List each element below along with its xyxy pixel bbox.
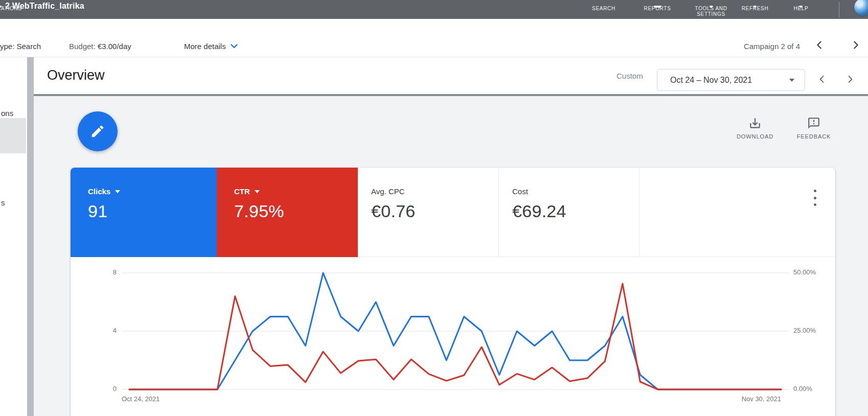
dropdown-caret-icon: [789, 79, 794, 82]
scorecard-clicks-value: 91: [88, 201, 217, 221]
topnav-help[interactable]: HELP: [794, 6, 809, 11]
metric-dropdown-caret-icon[interactable]: [255, 190, 260, 193]
chevron-left-icon: [817, 74, 827, 84]
more-details-label: More details: [184, 42, 226, 51]
feedback-icon: [807, 117, 820, 130]
chevron-down-icon: [231, 44, 238, 49]
account-avatar[interactable]: [854, 0, 868, 16]
scorecard-avg-cpc[interactable]: Avg. CPC €0.76: [358, 168, 499, 257]
next-campaign-button[interactable]: [850, 39, 861, 53]
scorecard-avg-cpc-label: Avg. CPC: [371, 187, 405, 196]
scorecard-clicks-label: Clicks: [88, 187, 110, 196]
scorecard-clicks[interactable]: Clicks 91: [71, 168, 217, 257]
reports-icon: [654, 6, 661, 8]
scorecard-ctr-label: CTR: [234, 187, 250, 196]
more-details-button[interactable]: More details: [184, 42, 238, 51]
campaign-pager-label: Campaign 2 of 4: [744, 42, 800, 51]
scorecard-cost-label: Cost: [512, 187, 528, 196]
campaign-type: ype: Search: [0, 42, 41, 51]
kebab-icon: [814, 190, 816, 192]
sidebar-item-fragment[interactable]: ons: [1, 109, 13, 118]
scorecard-ctr-value: 7.95%: [234, 201, 358, 221]
sidebar-selected-item[interactable]: [0, 118, 26, 153]
page-title: Overview: [47, 67, 105, 83]
sidebar-fragment: ons s: [0, 57, 27, 416]
campaign-info-bar: ype: Search Budget: €3.00/day More detai…: [0, 19, 868, 57]
sidebar-scrollbar[interactable]: [27, 57, 34, 416]
chevron-left-icon: [814, 39, 825, 51]
campaign-budget: Budget: €3.00/day: [69, 42, 131, 51]
feedback-label: FEEDBACK: [797, 133, 831, 140]
left-axis-tick: 4: [91, 327, 117, 334]
x-axis-end-label: Nov 30, 2021: [742, 395, 781, 403]
topnav-search[interactable]: SEARCH: [592, 6, 615, 11]
topnav-refresh[interactable]: REFRESH: [742, 6, 769, 11]
header-divider: [34, 94, 868, 96]
right-axis-tick: 25.00%: [793, 327, 816, 334]
scorecard-ctr[interactable]: CTR 7.95%: [217, 168, 358, 257]
chevron-right-icon: [845, 74, 855, 84]
previous-date-range-button[interactable]: [817, 74, 827, 86]
page-header: Overview Custom Oct 24 – Nov 30, 2021: [34, 57, 868, 94]
budget-value: €3.00/day: [98, 42, 131, 51]
right-axis-tick: 50.00%: [793, 268, 816, 276]
left-axis-tick: 0: [91, 385, 117, 392]
pencil-icon: [90, 124, 105, 139]
overview-summary-card: Clicks 91 CTR 7.95% Avg. CPC €0.76 Cost …: [71, 168, 835, 416]
download-button[interactable]: DOWNLOAD: [724, 117, 786, 140]
topbar-divider: [839, 2, 839, 17]
metric-dropdown-caret-icon[interactable]: [115, 190, 120, 193]
sidebar-item-fragment[interactable]: s: [1, 198, 5, 207]
scorecard-cost[interactable]: Cost €69.24: [499, 168, 639, 257]
card-options-menu-button[interactable]: [809, 189, 820, 206]
x-axis-start-label: Oct 24, 2021: [122, 395, 159, 403]
topnav-notifications-label: NOTIFICATIONS: [0, 6, 22, 11]
scorecard-cost-value: €69.24: [512, 201, 639, 221]
next-date-range-button[interactable]: [845, 74, 855, 86]
feedback-button[interactable]: FEEDBACK: [783, 117, 844, 140]
date-range-type: Custom: [616, 72, 643, 80]
chart-plot-area[interactable]: [122, 266, 789, 394]
scorecard-avg-cpc-value: €0.76: [371, 201, 498, 221]
download-icon: [748, 117, 762, 130]
download-label: DOWNLOAD: [737, 133, 773, 140]
top-app-bar: 2 WebTraffic_latrika SEARCH REPORTS TOOL…: [0, 0, 868, 19]
topnav-reports[interactable]: REPORTS: [644, 6, 671, 11]
scorecard-row: Clicks 91 CTR 7.95% Avg. CPC €0.76 Cost …: [71, 168, 835, 257]
edit-campaign-fab[interactable]: [78, 111, 118, 151]
date-range-value: Oct 24 – Nov 30, 2021: [670, 76, 752, 85]
topnav-tools-and-settings[interactable]: TOOLS AND SETTINGS: [689, 6, 734, 17]
chevron-right-icon: [850, 39, 861, 51]
date-range-selector[interactable]: Oct 24 – Nov 30, 2021: [657, 69, 805, 91]
budget-label: Budget:: [69, 42, 96, 51]
topnav-notifications[interactable]: NOTIFICATIONS: [0, 6, 22, 11]
previous-campaign-button[interactable]: [814, 39, 825, 53]
right-axis-tick: 0.00%: [793, 385, 812, 392]
performance-chart: 8 4 0 50.00% 25.00% 0.00% Oct 24, 2021 N…: [71, 257, 835, 416]
left-axis-tick: 8: [91, 268, 117, 276]
topnav-search-label: SEARCH: [592, 6, 615, 11]
